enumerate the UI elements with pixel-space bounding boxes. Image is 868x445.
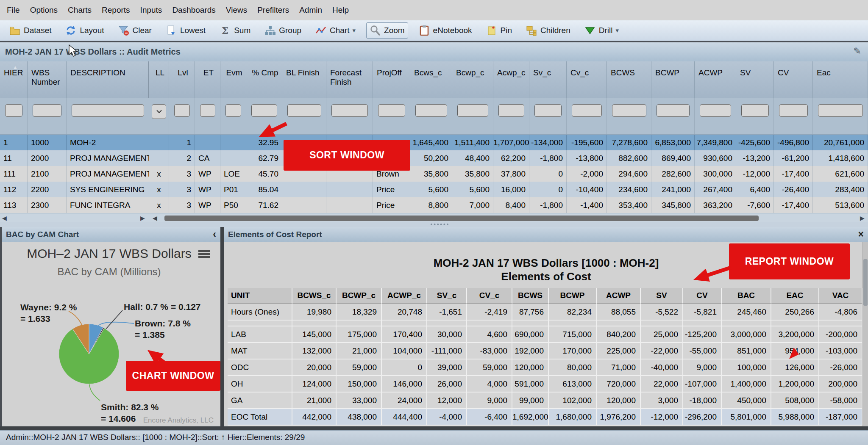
report-scroll-thumb[interactable] (863, 259, 868, 306)
menu-item-prefilters[interactable]: Prefilters (252, 0, 294, 20)
menu-item-inputs[interactable]: Inputs (135, 0, 167, 20)
filter-input-eac[interactable] (818, 104, 863, 117)
splitter-grip-icon[interactable] (431, 224, 448, 225)
filter-input-evm[interactable] (225, 104, 241, 117)
caret-down-icon[interactable]: ▾ (615, 27, 619, 34)
filter-input-et[interactable] (200, 104, 215, 117)
filter-input-description[interactable] (72, 104, 144, 117)
column-header-bl-finish[interactable]: BL Finish (282, 61, 326, 98)
layout-label: Layout (80, 26, 104, 35)
filter-input-sv-c[interactable] (534, 104, 562, 117)
filter-input-forecast-finish[interactable] (331, 104, 368, 117)
report-value-cell: 124,000 (292, 376, 337, 392)
enotebook-button[interactable]: eNotebook (415, 22, 476, 39)
report-value-cell: 1,976,200 (597, 409, 641, 426)
menu-item-options[interactable]: Options (25, 0, 63, 20)
chart-panel-collapse-icon[interactable]: ‹ (213, 229, 216, 240)
group-button[interactable]: Group (261, 22, 305, 39)
column-header--cmp[interactable]: % Cmp (246, 61, 282, 98)
filter-dropdown-ll[interactable] (152, 104, 166, 119)
column-header-bcws-c[interactable]: Bcws_c (410, 61, 452, 98)
column-header-sv-c[interactable]: Sv_c (529, 61, 567, 98)
report-panel-close-icon[interactable]: × (858, 229, 864, 240)
filter-input-cv-c[interactable] (572, 104, 602, 117)
filter-input-lvl[interactable] (174, 104, 190, 117)
filter-input-projoff[interactable] (378, 104, 405, 117)
pin-button[interactable]: Pin (483, 22, 515, 39)
column-header-bcws[interactable]: BCWS (607, 61, 651, 98)
chart-button[interactable]: Chart▾ (312, 22, 359, 39)
horizontal-scroll-thumb[interactable] (164, 216, 759, 221)
column-header-lvl[interactable]: Lvl (169, 61, 195, 98)
filter-input-wbs-number[interactable] (33, 104, 61, 117)
table-row[interactable]: 112000PROJ MANAGEMENT2CA62.79Brown50,200… (0, 150, 868, 166)
cell-bcws: 7,278,600 (607, 135, 651, 150)
horizontal-splitter[interactable] (0, 222, 868, 227)
menu-item-reports[interactable]: Reports (97, 0, 135, 20)
filter-input-bcwp-c[interactable] (457, 104, 488, 117)
column-header-forecast-finish[interactable]: Forecast Finish (326, 61, 373, 98)
column-header-hier[interactable]: HIER▲ (0, 61, 28, 98)
report-row-mat: MAT132,00021,000104,000-111,000-83,00019… (228, 343, 862, 359)
column-header-cv[interactable]: CV (774, 61, 813, 98)
zoom-button[interactable]: Zoom (366, 22, 408, 39)
column-header-sv[interactable]: SV (736, 61, 774, 98)
report-value-cell: 100,000 (722, 359, 771, 376)
scroll-left-icon[interactable]: ◀ (153, 215, 157, 221)
report-value-cell: 59,000 (337, 359, 382, 376)
column-header-bcwp-c[interactable]: Bcwp_c (452, 61, 493, 98)
menu-item-dashboards[interactable]: Dashboards (167, 0, 220, 20)
menu-item-file[interactable]: File (2, 0, 25, 20)
scroll-right-icon[interactable]: ▶ (860, 215, 865, 221)
column-header-ll[interactable]: LL (149, 61, 169, 98)
filter-input-bl-finish[interactable] (287, 104, 321, 117)
column-header-et[interactable]: ET (195, 61, 220, 98)
table-row[interactable]: 1122200SYS ENGINEERINGx3WPP0185.04Price5… (0, 182, 868, 197)
filter-input-sv[interactable] (741, 104, 769, 117)
table-row[interactable]: 1132300FUNC INTEGRAx3WPP5071.62Price8,80… (0, 197, 868, 213)
sum-button[interactable]: ΣSum (216, 22, 254, 39)
menu-item-charts[interactable]: Charts (63, 0, 97, 20)
column-header-bcwp[interactable]: BCWP (651, 61, 695, 98)
column-header-cv-c[interactable]: Cv_c (567, 61, 607, 98)
column-header-description[interactable]: DESCRIPTION (67, 61, 149, 98)
sort-ascending-icon: ▲ (13, 63, 18, 72)
edit-pencil-icon[interactable]: ✎ (854, 46, 861, 57)
children-button[interactable]: Children (523, 22, 574, 39)
column-header-eac[interactable]: Eac (813, 61, 868, 98)
clear-button[interactable]: Clear (115, 22, 155, 39)
report-value-cell: 126,000 (771, 359, 819, 376)
filter-input-bcws[interactable] (612, 104, 646, 117)
column-header-projoff[interactable]: ProjOff (373, 61, 410, 98)
drill-button[interactable]: Drill▾ (581, 22, 622, 39)
filter-input--cmp[interactable] (251, 104, 277, 117)
filter-input-cv[interactable] (779, 104, 808, 117)
lowest-button[interactable]: Lowest (162, 22, 209, 39)
menu-item-views[interactable]: Views (221, 0, 252, 20)
frozen-scroll-left-icon[interactable]: ◀ (2, 215, 7, 221)
report-vertical-scrollbar[interactable] (862, 242, 868, 426)
frozen-scroll-right-icon[interactable]: ▶ (140, 215, 145, 221)
column-header-acwp-c[interactable]: Acwp_c (493, 61, 529, 98)
filter-input-bcwp[interactable] (657, 104, 690, 117)
cell-hier: 1 (0, 135, 28, 150)
table-row[interactable]: 1112100PROJ MANAGEMENTx3WPLOE45.70Brown3… (0, 166, 868, 182)
menu-item-help[interactable]: Help (327, 0, 354, 20)
filter-input-hier[interactable] (5, 104, 22, 117)
table-row[interactable]: 11000MOH-2132.952020-07-012020-07-01Jone… (0, 135, 868, 150)
column-header-acwp[interactable]: ACWP (695, 61, 736, 98)
cell-wbs-number: 2100 (28, 166, 67, 182)
cell--cmp: 71.62 (246, 197, 282, 213)
layout-button[interactable]: Layout (62, 22, 107, 39)
cell-description: MOH-2 (67, 135, 149, 150)
filter-input-acwp[interactable] (700, 104, 731, 117)
filter-input-bcws-c[interactable] (415, 104, 447, 117)
column-header-wbs-number[interactable]: WBS Number (28, 61, 67, 98)
report-column-bcws-c: BCWS_c (292, 288, 337, 304)
caret-down-icon[interactable]: ▾ (353, 27, 356, 34)
filter-input-acwp-c[interactable] (498, 104, 524, 117)
menu-item-admin[interactable]: Admin (294, 0, 327, 20)
dataset-button[interactable]: Dataset (6, 22, 55, 39)
column-header-evm[interactable]: Evm (220, 61, 246, 98)
chart-menu-icon[interactable] (198, 250, 210, 258)
